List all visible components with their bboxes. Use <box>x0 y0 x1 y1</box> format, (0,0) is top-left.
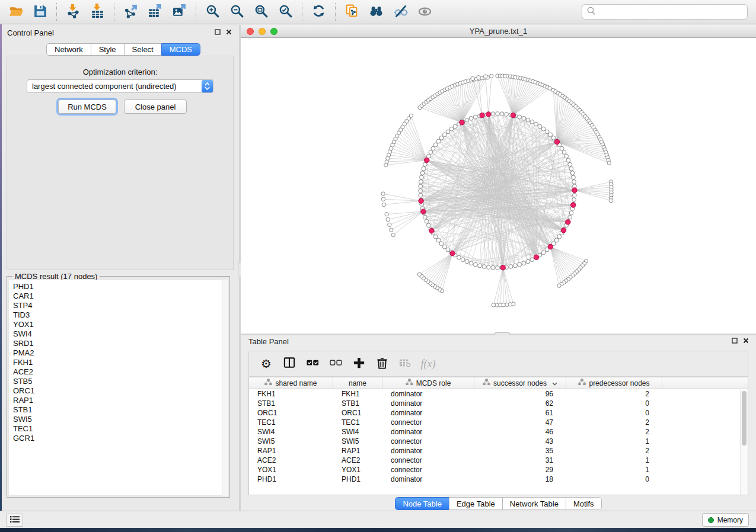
network-window-titlebar[interactable]: YPA_prune.txt_1 <box>241 25 756 38</box>
clone-network-button[interactable] <box>340 2 364 22</box>
refresh-button[interactable] <box>307 2 331 22</box>
open-file-button[interactable] <box>4 2 28 22</box>
import-network-button[interactable] <box>61 2 85 22</box>
result-node-item[interactable]: ORC1 <box>13 386 228 396</box>
table-row[interactable]: FKH1FKH1dominator962 <box>249 389 748 399</box>
add-column-icon <box>352 356 366 372</box>
tab-edge-table[interactable]: Edge Table <box>449 497 503 510</box>
deselect-all-rows-button[interactable] <box>327 354 344 373</box>
table-scrollbar[interactable] <box>740 390 748 495</box>
show-items-icon <box>417 4 432 21</box>
search-box[interactable] <box>582 4 748 20</box>
tab-network-table[interactable]: Network Table <box>502 497 566 510</box>
zoom-fit-icon <box>254 4 269 21</box>
export-image-icon <box>172 4 187 21</box>
hide-items-button[interactable] <box>388 2 413 22</box>
zoom-in-button[interactable] <box>200 2 225 22</box>
result-node-item[interactable]: RAP1 <box>13 396 228 405</box>
zoom-fit-button[interactable] <box>249 2 273 22</box>
float-panel-icon[interactable] <box>215 29 221 35</box>
panel-menu-button[interactable] <box>6 514 23 527</box>
cell-MCDS-role: connector <box>382 466 474 474</box>
memory-label: Memory <box>717 516 743 524</box>
settings-gear-button[interactable]: ⚙ <box>257 354 275 373</box>
result-node-item[interactable]: FKH1 <box>13 358 228 367</box>
toolbar-separator <box>302 3 302 21</box>
network-canvas[interactable] <box>241 38 756 334</box>
table-row[interactable]: ORC1ORC1dominator610 <box>249 408 748 418</box>
table-row[interactable]: SWI5SWI5connector431 <box>249 437 748 446</box>
result-node-item[interactable]: ACE2 <box>13 367 228 377</box>
scrollbar-thumb[interactable] <box>742 391 747 446</box>
cell-shared-name: ORC1 <box>249 409 333 417</box>
search-input[interactable] <box>596 6 747 18</box>
cell-shared-name: FKH1 <box>249 390 333 398</box>
cell-successor-nodes: 96 <box>474 390 566 398</box>
float-panel-icon[interactable] <box>732 338 738 344</box>
result-scrollbar[interactable] <box>222 280 228 496</box>
result-node-item[interactable]: CAR1 <box>13 291 228 301</box>
table-row[interactable]: TEC1TEC1connector472 <box>249 418 748 427</box>
column-header-predecessor-nodes[interactable]: predecessor nodes <box>566 377 662 389</box>
toggle-columns-button[interactable] <box>280 354 298 373</box>
cell-successor-nodes: 47 <box>474 418 566 427</box>
column-header-name[interactable]: name <box>333 377 382 389</box>
result-node-item[interactable]: PMA2 <box>13 348 228 358</box>
result-node-item[interactable]: STB5 <box>13 377 228 386</box>
table-row[interactable]: YOX1YOX1connector291 <box>249 465 748 475</box>
cell-name: SWI4 <box>333 428 382 436</box>
select-all-rows-button[interactable] <box>304 354 321 373</box>
import-table-button[interactable] <box>85 2 110 22</box>
close-panel-button[interactable]: Close panel <box>124 100 187 114</box>
tab-style[interactable]: Style <box>91 43 125 56</box>
tab-motifs[interactable]: Motifs <box>566 497 602 510</box>
result-node-item[interactable]: GCR1 <box>13 434 228 443</box>
run-mcds-button[interactable]: Run MCDS <box>58 100 116 114</box>
result-node-item[interactable]: PHD1 <box>13 282 228 291</box>
main-toolbar <box>0 0 756 24</box>
export-image-button[interactable] <box>167 2 192 22</box>
result-node-item[interactable]: SRD1 <box>13 339 228 348</box>
table-row[interactable]: PHD1PHD1dominator180 <box>249 475 748 484</box>
show-items-button[interactable] <box>413 2 437 22</box>
result-node-item[interactable]: SWI4 <box>13 329 228 339</box>
table-row[interactable]: RAP1RAP1dominator352 <box>249 446 748 456</box>
export-table-button[interactable] <box>143 2 167 22</box>
column-header-MCDS-role[interactable]: MCDS role <box>382 377 474 389</box>
result-node-item[interactable]: TID3 <box>13 310 228 320</box>
save-session-button[interactable] <box>28 2 52 22</box>
table-row[interactable]: STB1STB1dominator620 <box>249 399 748 408</box>
result-node-item[interactable]: STB1 <box>13 405 228 415</box>
add-column-button[interactable] <box>350 354 368 373</box>
cell-name: SWI5 <box>333 437 382 446</box>
delete-columns-button[interactable] <box>373 354 391 373</box>
result-node-item[interactable]: SWI5 <box>13 415 228 424</box>
optimization-criterion-dropdown[interactable]: largest connected component (undirected) <box>27 79 214 93</box>
deselect-all-rows-icon <box>329 356 343 372</box>
mcds-result-list[interactable]: PHD1CAR1STP4TID3YOX1SWI4SRD1PMA2FKH1ACE2… <box>8 280 228 496</box>
result-node-item[interactable]: STP4 <box>13 301 228 310</box>
application-window: Control Panel NetworkStyleSelectMCDS Opt… <box>0 0 756 532</box>
zoom-selected-button[interactable] <box>273 2 298 22</box>
column-header-successor-nodes[interactable]: successor nodes <box>474 377 566 389</box>
result-node-item[interactable]: TEC1 <box>13 424 228 434</box>
zoom-out-button[interactable] <box>225 2 249 22</box>
tab-node-table[interactable]: Node Table <box>395 497 449 510</box>
tab-network[interactable]: Network <box>46 43 91 56</box>
tab-mcds[interactable]: MCDS <box>161 43 200 56</box>
tab-select[interactable]: Select <box>124 43 162 56</box>
table-row[interactable]: SWI4SWI4dominator462 <box>249 427 748 437</box>
cell-MCDS-role: connector <box>382 437 474 446</box>
search-binoculars-button[interactable] <box>364 2 388 22</box>
table-row[interactable]: ACE2ACE2connector311 <box>249 456 748 465</box>
column-header-shared-name[interactable]: shared name <box>249 377 333 389</box>
cell-shared-name: RAP1 <box>249 447 333 455</box>
memory-button[interactable]: Memory <box>702 513 749 527</box>
close-panel-icon[interactable] <box>226 29 232 35</box>
close-panel-icon[interactable] <box>743 338 749 344</box>
export-network-button[interactable] <box>119 2 143 22</box>
cell-MCDS-role: dominator <box>382 390 474 398</box>
cell-MCDS-role: connector <box>382 418 474 427</box>
result-node-item[interactable]: YOX1 <box>13 320 228 329</box>
cell-successor-nodes: 29 <box>474 466 566 474</box>
